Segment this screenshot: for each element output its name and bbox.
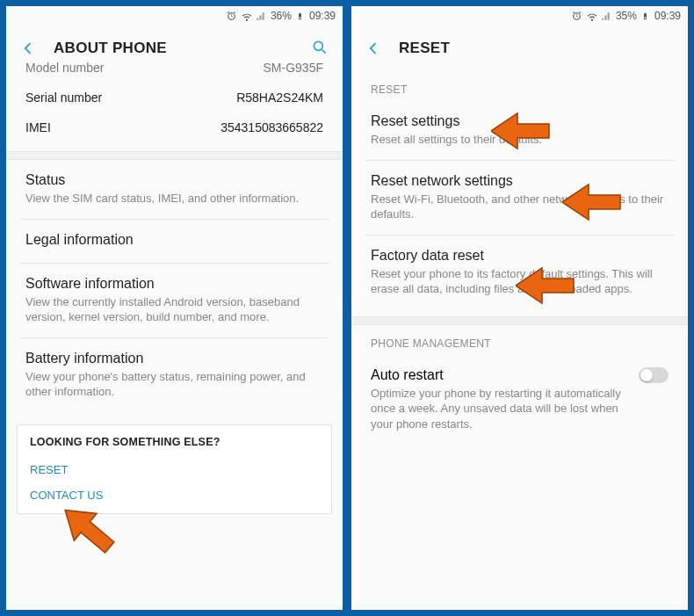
item-desc: Reset all settings to their defaults. — [371, 132, 669, 148]
item-title: Factory data reset — [371, 248, 669, 264]
section-reset: RESET — [351, 71, 688, 101]
signal-icon — [256, 10, 268, 22]
item-desc: View the currently installed Android ver… — [25, 294, 323, 325]
svg-point-0 — [314, 41, 322, 50]
item-desc: Reset your phone to its factory default … — [371, 266, 669, 297]
label: Model number — [25, 61, 105, 75]
content-area: RESET Reset settings Reset all settings … — [351, 71, 688, 610]
divider — [351, 316, 688, 325]
item-title: Reset network settings — [371, 173, 669, 189]
wifi-icon — [241, 10, 253, 22]
row-imei[interactable]: IMEI 354315083665822 — [6, 112, 343, 142]
contact-us-link[interactable]: CONTACT US — [30, 482, 319, 508]
item-title: Battery information — [25, 351, 323, 366]
label: Serial number — [25, 91, 102, 105]
item-title: Legal information — [25, 232, 323, 248]
back-icon[interactable] — [364, 39, 383, 58]
item-factory-reset[interactable]: Factory data reset Reset your phone to i… — [351, 236, 688, 309]
item-legal[interactable]: Legal information — [6, 220, 343, 263]
value: 354315083665822 — [220, 120, 323, 134]
wifi-icon — [586, 10, 598, 22]
signal-icon — [601, 10, 613, 22]
content-area: Model number SM-G935F Serial number R58H… — [6, 61, 343, 610]
item-title: Status — [25, 172, 323, 188]
value: R58HA2S24KM — [236, 91, 323, 105]
battery-icon — [640, 10, 652, 22]
item-title: Reset settings — [371, 113, 669, 129]
auto-restart-toggle[interactable] — [639, 367, 669, 383]
item-reset-settings[interactable]: Reset settings Reset all settings to the… — [351, 101, 688, 160]
status-bar: 36% 09:39 — [6, 6, 343, 25]
row-model[interactable]: Model number SM-G935F — [6, 61, 343, 83]
item-desc: View your phone's battery status, remain… — [25, 369, 323, 400]
item-auto-restart[interactable]: Auto restart Optimize your phone by rest… — [351, 355, 688, 445]
item-desc: Reset Wi-Fi, Bluetooth, and other networ… — [371, 192, 669, 222]
page-title: RESET — [399, 40, 450, 57]
battery-percent: 36% — [271, 10, 292, 22]
item-reset-network[interactable]: Reset network settings Reset Wi-Fi, Blue… — [351, 161, 688, 235]
alarm-icon — [571, 10, 583, 22]
item-status[interactable]: Status View the SIM card status, IMEI, a… — [6, 160, 343, 219]
item-title: Auto restart — [371, 367, 630, 383]
clock-text: 09:39 — [654, 10, 681, 22]
item-desc: View the SIM card status, IMEI, and othe… — [25, 191, 323, 207]
label: IMEI — [25, 120, 51, 134]
page-title: ABOUT PHONE — [54, 40, 167, 57]
back-icon[interactable] — [18, 39, 38, 58]
clock-text: 09:39 — [309, 10, 336, 22]
looking-heading: LOOKING FOR SOMETHING ELSE? — [30, 436, 319, 448]
status-bar: 35% 09:39 — [351, 6, 688, 25]
reset-link[interactable]: RESET — [30, 457, 319, 482]
battery-percent: 35% — [616, 10, 637, 22]
value: SM-G935F — [264, 61, 323, 75]
item-title: Software information — [25, 276, 323, 292]
item-battery[interactable]: Battery information View your phone's ba… — [6, 338, 343, 412]
alarm-icon — [226, 10, 238, 22]
section-phone-mgmt: PHONE MANAGEMENT — [351, 325, 688, 355]
item-desc: Optimize your phone by restarting it aut… — [371, 386, 630, 432]
looking-for-box: LOOKING FOR SOMETHING ELSE? RESET CONTAC… — [17, 424, 332, 514]
divider — [6, 151, 343, 160]
search-icon[interactable] — [311, 39, 330, 58]
battery-icon — [294, 10, 307, 22]
app-header: RESET — [351, 25, 688, 71]
row-serial[interactable]: Serial number R58HA2S24KM — [6, 83, 343, 112]
about-phone-screen: 36% 09:39 ABOUT PHONE Model number SM-G9… — [4, 4, 344, 612]
item-software[interactable]: Software information View the currently … — [6, 264, 343, 337]
reset-screen: 35% 09:39 RESET RESET Reset settings Res… — [350, 4, 690, 612]
